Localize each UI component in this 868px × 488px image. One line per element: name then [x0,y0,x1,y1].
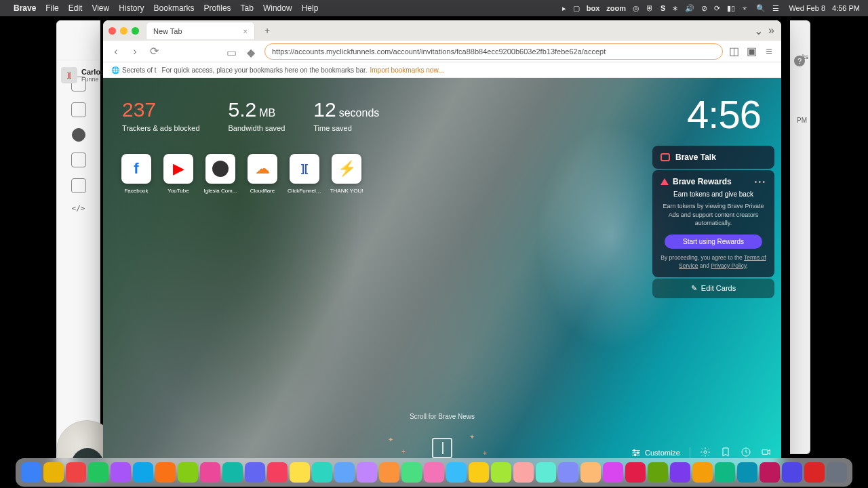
dock-app[interactable] [804,462,825,483]
dock-app[interactable] [558,462,578,483]
battery-icon[interactable]: ▮▯ [727,4,735,13]
dock-app[interactable] [782,462,802,483]
menu-file[interactable]: File [45,3,58,13]
dock-app[interactable] [267,462,288,483]
sidebar-icon[interactable] [71,102,86,117]
dock-app[interactable] [88,462,108,483]
search-icon[interactable]: 🔍 [756,4,766,13]
minimize-window-button[interactable] [120,27,127,35]
box-icon[interactable]: box [587,4,600,12]
dock-app[interactable] [469,462,489,483]
code-icon[interactable]: </> [72,204,85,213]
menu-history[interactable]: History [119,3,144,13]
help-icon[interactable]: ? [794,56,805,66]
talk-icon[interactable] [761,447,772,459]
settings-icon[interactable] [700,447,711,459]
topsite-youtube[interactable]: ▶YouTube [161,154,195,194]
bookmarks-icon[interactable] [720,447,731,459]
dock-app[interactable] [446,462,467,483]
dock-app[interactable] [625,462,646,483]
import-bookmarks-link[interactable]: Import bookmarks now... [370,66,444,74]
dock-app[interactable] [580,462,601,483]
menu-tab[interactable]: Tab [241,3,254,13]
wifi-icon[interactable]: ᯤ [742,4,749,12]
back-button[interactable]: ‹ [108,44,123,59]
menu-icon[interactable]: ≡ [762,45,776,58]
dock-app[interactable] [827,462,847,483]
topsite-cloudflare[interactable]: ☁Cloudflare [245,154,279,194]
new-tab-button[interactable]: + [260,24,274,37]
dock-app[interactable] [290,462,310,483]
dock-app[interactable] [424,462,444,483]
menubar-date[interactable]: Wed Feb 8 [789,4,825,12]
bookmark-icon[interactable]: ▭ [226,46,237,57]
dock-app[interactable] [670,462,690,483]
menu-bookmarks[interactable]: Bookmarks [154,3,195,13]
dock-app[interactable] [715,462,735,483]
dock-app[interactable] [513,462,534,483]
sidebar-toggle-icon[interactable]: ◫ [727,45,741,58]
reload-button[interactable]: ⟳ [146,44,161,59]
forward-button[interactable]: › [127,44,142,59]
dock-app[interactable] [648,462,668,483]
browser-tab[interactable]: New Tab × [146,22,255,39]
menu-app[interactable]: Brave [14,3,36,13]
topsite-iglesia[interactable]: Iglesia Com... [203,154,237,194]
privacy-link[interactable]: Privacy Policy [711,262,746,269]
tabs-chevron-icon[interactable]: » [768,24,774,37]
wallet-icon[interactable]: ▣ [745,45,758,58]
dock-app[interactable] [603,462,623,483]
menu-help[interactable]: Help [302,3,319,13]
menu-edit[interactable]: Edit [68,3,83,13]
maximize-window-button[interactable] [132,27,139,35]
volume-icon[interactable]: 🔊 [685,4,694,13]
sidebar-icon[interactable] [71,152,86,167]
menu-profiles[interactable]: Profiles [204,3,231,13]
bluetooth-icon[interactable]: ∗ [672,4,678,13]
close-window-button[interactable] [108,27,116,35]
status-icon[interactable]: S [660,4,665,12]
status-icon[interactable]: ▸ [562,4,566,13]
dock-app[interactable] [66,462,86,483]
dock-app[interactable] [312,462,332,483]
sidebar-icon[interactable] [71,178,86,193]
shield-icon[interactable]: ⛨ [646,4,654,12]
start-rewards-button[interactable]: Start using Rewards [665,235,762,249]
topsite-clickfunnels[interactable]: ][ClickFunnels... [288,154,321,194]
dock-app[interactable] [43,462,64,483]
close-tab-icon[interactable]: × [243,27,248,35]
dock-app[interactable] [178,462,198,483]
news-icon[interactable] [432,438,452,458]
brave-shield-icon[interactable]: ◆ [247,46,258,57]
customize-button[interactable]: Customize [631,447,680,458]
menu-view[interactable]: View [92,3,109,13]
dock-app[interactable] [536,462,556,483]
dock-app[interactable] [379,462,399,483]
history-icon[interactable] [741,447,751,459]
control-center-icon[interactable]: ☰ [772,4,779,13]
dock-app[interactable] [222,462,243,483]
dock-app[interactable] [21,462,41,483]
dock-app[interactable] [357,462,377,483]
brave-talk-card[interactable]: Brave Talk [652,146,774,169]
sidebar-icon-active[interactable] [72,128,85,142]
topsite-thankyou[interactable]: ⚡THANK YOU! [330,154,363,194]
status-icon[interactable]: ⊘ [701,4,707,13]
status-icon[interactable]: ▢ [573,4,580,13]
status-icon[interactable]: ◎ [633,4,639,13]
dock-app[interactable] [692,462,713,483]
status-icon[interactable]: ⟳ [714,4,720,13]
dock-app[interactable] [200,462,220,483]
dock-app[interactable] [155,462,176,483]
dock-app[interactable] [737,462,757,483]
dock-app[interactable] [401,462,422,483]
edit-cards-button[interactable]: ✎ Edit Cards [652,279,774,298]
dock-app[interactable] [760,462,780,483]
menubar-time[interactable]: 4:56 PM [832,4,860,12]
topsite-facebook[interactable]: fFacebook [119,154,153,194]
dock-app[interactable] [334,462,355,483]
menu-window[interactable]: Window [263,3,292,13]
dock-app[interactable] [491,462,511,483]
address-bar[interactable]: https://accounts.myclickfunnels.com/acco… [264,43,723,60]
dock-app[interactable] [245,462,265,483]
